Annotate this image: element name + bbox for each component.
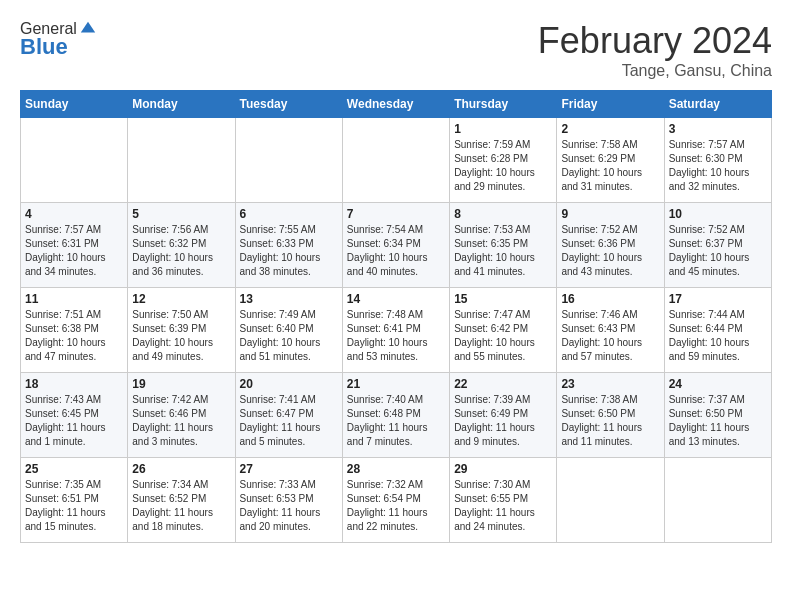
day-number: 25 (25, 462, 123, 476)
day-number: 4 (25, 207, 123, 221)
calendar-cell (342, 118, 449, 203)
day-of-week-header: Saturday (664, 91, 771, 118)
day-number: 27 (240, 462, 338, 476)
day-number: 12 (132, 292, 230, 306)
calendar-cell: 3Sunrise: 7:57 AM Sunset: 6:30 PM Daylig… (664, 118, 771, 203)
calendar-header: SundayMondayTuesdayWednesdayThursdayFrid… (21, 91, 772, 118)
day-info: Sunrise: 7:53 AM Sunset: 6:35 PM Dayligh… (454, 223, 552, 279)
day-number: 29 (454, 462, 552, 476)
calendar-cell: 21Sunrise: 7:40 AM Sunset: 6:48 PM Dayli… (342, 373, 449, 458)
day-info: Sunrise: 7:35 AM Sunset: 6:51 PM Dayligh… (25, 478, 123, 534)
calendar-cell (21, 118, 128, 203)
day-number: 3 (669, 122, 767, 136)
month-title: February 2024 (538, 20, 772, 62)
calendar-cell: 24Sunrise: 7:37 AM Sunset: 6:50 PM Dayli… (664, 373, 771, 458)
calendar-table: SundayMondayTuesdayWednesdayThursdayFrid… (20, 90, 772, 543)
day-info: Sunrise: 7:30 AM Sunset: 6:55 PM Dayligh… (454, 478, 552, 534)
calendar-cell: 27Sunrise: 7:33 AM Sunset: 6:53 PM Dayli… (235, 458, 342, 543)
day-info: Sunrise: 7:37 AM Sunset: 6:50 PM Dayligh… (669, 393, 767, 449)
day-of-week-header: Wednesday (342, 91, 449, 118)
calendar-cell: 18Sunrise: 7:43 AM Sunset: 6:45 PM Dayli… (21, 373, 128, 458)
calendar-cell: 11Sunrise: 7:51 AM Sunset: 6:38 PM Dayli… (21, 288, 128, 373)
calendar-week-row: 4Sunrise: 7:57 AM Sunset: 6:31 PM Daylig… (21, 203, 772, 288)
day-of-week-header: Monday (128, 91, 235, 118)
calendar-cell: 1Sunrise: 7:59 AM Sunset: 6:28 PM Daylig… (450, 118, 557, 203)
day-number: 24 (669, 377, 767, 391)
day-number: 13 (240, 292, 338, 306)
day-info: Sunrise: 7:57 AM Sunset: 6:30 PM Dayligh… (669, 138, 767, 194)
calendar-cell: 9Sunrise: 7:52 AM Sunset: 6:36 PM Daylig… (557, 203, 664, 288)
calendar-cell (235, 118, 342, 203)
location-title: Tange, Gansu, China (538, 62, 772, 80)
day-number: 7 (347, 207, 445, 221)
day-info: Sunrise: 7:58 AM Sunset: 6:29 PM Dayligh… (561, 138, 659, 194)
day-number: 5 (132, 207, 230, 221)
day-number: 26 (132, 462, 230, 476)
day-number: 2 (561, 122, 659, 136)
day-number: 9 (561, 207, 659, 221)
day-info: Sunrise: 7:54 AM Sunset: 6:34 PM Dayligh… (347, 223, 445, 279)
calendar-cell: 10Sunrise: 7:52 AM Sunset: 6:37 PM Dayli… (664, 203, 771, 288)
days-of-week-row: SundayMondayTuesdayWednesdayThursdayFrid… (21, 91, 772, 118)
day-of-week-header: Sunday (21, 91, 128, 118)
logo: General Blue (20, 20, 97, 60)
day-info: Sunrise: 7:57 AM Sunset: 6:31 PM Dayligh… (25, 223, 123, 279)
day-info: Sunrise: 7:55 AM Sunset: 6:33 PM Dayligh… (240, 223, 338, 279)
day-number: 28 (347, 462, 445, 476)
calendar-cell: 17Sunrise: 7:44 AM Sunset: 6:44 PM Dayli… (664, 288, 771, 373)
logo-icon (79, 20, 97, 38)
day-info: Sunrise: 7:40 AM Sunset: 6:48 PM Dayligh… (347, 393, 445, 449)
day-number: 23 (561, 377, 659, 391)
day-info: Sunrise: 7:52 AM Sunset: 6:36 PM Dayligh… (561, 223, 659, 279)
day-info: Sunrise: 7:47 AM Sunset: 6:42 PM Dayligh… (454, 308, 552, 364)
day-info: Sunrise: 7:34 AM Sunset: 6:52 PM Dayligh… (132, 478, 230, 534)
calendar-cell: 13Sunrise: 7:49 AM Sunset: 6:40 PM Dayli… (235, 288, 342, 373)
day-number: 1 (454, 122, 552, 136)
day-of-week-header: Friday (557, 91, 664, 118)
calendar-cell (664, 458, 771, 543)
day-number: 17 (669, 292, 767, 306)
calendar-cell: 26Sunrise: 7:34 AM Sunset: 6:52 PM Dayli… (128, 458, 235, 543)
calendar-cell: 19Sunrise: 7:42 AM Sunset: 6:46 PM Dayli… (128, 373, 235, 458)
day-of-week-header: Thursday (450, 91, 557, 118)
day-of-week-header: Tuesday (235, 91, 342, 118)
calendar-cell: 6Sunrise: 7:55 AM Sunset: 6:33 PM Daylig… (235, 203, 342, 288)
day-number: 11 (25, 292, 123, 306)
calendar-cell: 22Sunrise: 7:39 AM Sunset: 6:49 PM Dayli… (450, 373, 557, 458)
calendar-cell: 14Sunrise: 7:48 AM Sunset: 6:41 PM Dayli… (342, 288, 449, 373)
day-number: 19 (132, 377, 230, 391)
calendar-cell: 28Sunrise: 7:32 AM Sunset: 6:54 PM Dayli… (342, 458, 449, 543)
day-info: Sunrise: 7:52 AM Sunset: 6:37 PM Dayligh… (669, 223, 767, 279)
calendar-cell: 25Sunrise: 7:35 AM Sunset: 6:51 PM Dayli… (21, 458, 128, 543)
day-info: Sunrise: 7:49 AM Sunset: 6:40 PM Dayligh… (240, 308, 338, 364)
calendar-cell: 5Sunrise: 7:56 AM Sunset: 6:32 PM Daylig… (128, 203, 235, 288)
day-number: 6 (240, 207, 338, 221)
day-info: Sunrise: 7:33 AM Sunset: 6:53 PM Dayligh… (240, 478, 338, 534)
day-info: Sunrise: 7:44 AM Sunset: 6:44 PM Dayligh… (669, 308, 767, 364)
calendar-week-row: 1Sunrise: 7:59 AM Sunset: 6:28 PM Daylig… (21, 118, 772, 203)
day-number: 21 (347, 377, 445, 391)
calendar-cell: 23Sunrise: 7:38 AM Sunset: 6:50 PM Dayli… (557, 373, 664, 458)
day-info: Sunrise: 7:59 AM Sunset: 6:28 PM Dayligh… (454, 138, 552, 194)
day-info: Sunrise: 7:43 AM Sunset: 6:45 PM Dayligh… (25, 393, 123, 449)
svg-marker-0 (81, 22, 95, 33)
day-info: Sunrise: 7:38 AM Sunset: 6:50 PM Dayligh… (561, 393, 659, 449)
calendar-week-row: 25Sunrise: 7:35 AM Sunset: 6:51 PM Dayli… (21, 458, 772, 543)
calendar-cell: 8Sunrise: 7:53 AM Sunset: 6:35 PM Daylig… (450, 203, 557, 288)
title-block: February 2024 Tange, Gansu, China (538, 20, 772, 80)
calendar-cell: 7Sunrise: 7:54 AM Sunset: 6:34 PM Daylig… (342, 203, 449, 288)
calendar-cell: 4Sunrise: 7:57 AM Sunset: 6:31 PM Daylig… (21, 203, 128, 288)
day-number: 22 (454, 377, 552, 391)
calendar-cell: 2Sunrise: 7:58 AM Sunset: 6:29 PM Daylig… (557, 118, 664, 203)
day-info: Sunrise: 7:50 AM Sunset: 6:39 PM Dayligh… (132, 308, 230, 364)
calendar-cell (557, 458, 664, 543)
day-info: Sunrise: 7:39 AM Sunset: 6:49 PM Dayligh… (454, 393, 552, 449)
calendar-cell: 20Sunrise: 7:41 AM Sunset: 6:47 PM Dayli… (235, 373, 342, 458)
calendar-cell: 12Sunrise: 7:50 AM Sunset: 6:39 PM Dayli… (128, 288, 235, 373)
day-info: Sunrise: 7:32 AM Sunset: 6:54 PM Dayligh… (347, 478, 445, 534)
day-info: Sunrise: 7:42 AM Sunset: 6:46 PM Dayligh… (132, 393, 230, 449)
day-number: 14 (347, 292, 445, 306)
day-number: 20 (240, 377, 338, 391)
calendar-cell (128, 118, 235, 203)
day-number: 10 (669, 207, 767, 221)
